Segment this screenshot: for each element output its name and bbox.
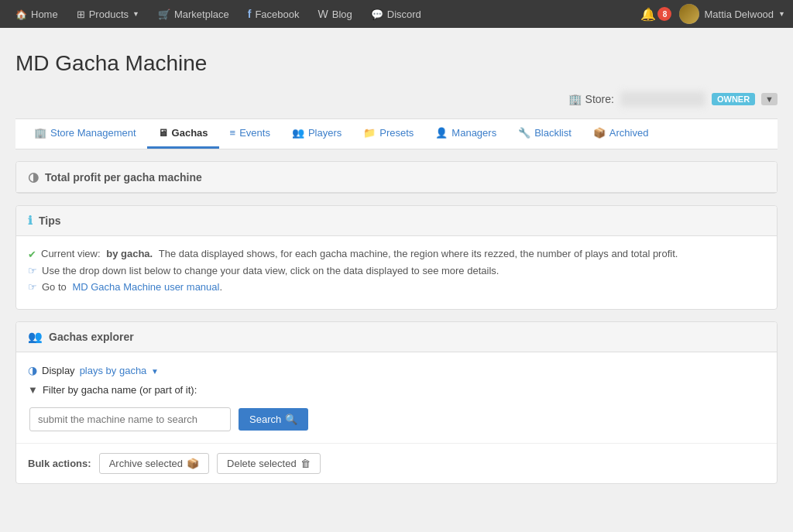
tab-managers[interactable]: 👤 Managers — [424, 119, 507, 149]
display-row: ◑ Display plays by gacha ▼ — [28, 364, 765, 376]
owner-badge: OWNER — [712, 93, 755, 105]
explorer-icon: 👥 — [28, 330, 43, 344]
explorer-panel-body: ◑ Display plays by gacha ▼ ▼ Filter by g… — [16, 352, 777, 443]
nav-blog[interactable]: W Blog — [311, 3, 360, 25]
tips-panel-header: ℹ Tips — [16, 206, 777, 236]
store-dropdown-button[interactable]: ▼ — [761, 93, 778, 105]
user-manual-link[interactable]: MD Gacha Machine user manual — [72, 281, 219, 293]
tip-current-view: ✔ Current view: by gacha. The data displ… — [28, 248, 765, 260]
avatar — [679, 4, 699, 24]
store-label: 🏢 Store: — [568, 93, 614, 105]
display-mode-link[interactable]: plays by gacha ▼ — [80, 365, 159, 376]
tips-panel: ℹ Tips ✔ Current view: by gacha. The dat… — [15, 205, 778, 310]
bulk-actions-label: Bulk actions: — [28, 458, 91, 469]
search-row: Search 🔍 — [28, 407, 765, 431]
tab-players[interactable]: 👥 Players — [281, 119, 352, 149]
tabs-bar: 🏢 Store Management 🖥 Gachas ≡ Events 👥 P… — [15, 118, 778, 149]
marketplace-icon: 🛒 — [158, 9, 170, 20]
user-name: Mattia Delwood — [704, 9, 774, 20]
nav-blog-label: Blog — [332, 9, 352, 20]
discord-icon: 💬 — [371, 9, 383, 20]
products-dropdown-icon: ▼ — [132, 10, 139, 18]
user-dropdown-icon: ▼ — [778, 10, 785, 18]
archive-icon: 📦 — [187, 458, 199, 469]
profit-panel-header: ◑ Total profit per gacha machine — [16, 162, 777, 193]
check-icon: ✔ — [28, 249, 36, 260]
bell-icon: 🔔 — [640, 7, 656, 22]
notifications-bell[interactable]: 🔔 8 — [640, 7, 671, 22]
home-icon — [15, 9, 27, 20]
store-building-icon: 🏢 — [568, 93, 582, 105]
tab-gachas[interactable]: 🖥 Gachas — [147, 119, 219, 149]
products-icon: ⊞ — [77, 9, 85, 20]
nav-home[interactable]: Home — [8, 4, 66, 25]
content-area: ◑ Total profit per gacha machine ℹ Tips … — [15, 149, 778, 507]
nav-marketplace[interactable]: 🛒 Marketplace — [150, 4, 237, 25]
display-pie-icon: ◑ — [28, 364, 37, 376]
explorer-panel: 👥 Gachas explorer ◑ Display plays by gac… — [15, 321, 778, 484]
events-icon: ≡ — [230, 127, 236, 139]
pie-chart-icon: ◑ — [28, 170, 39, 184]
profit-panel: ◑ Total profit per gacha machine — [15, 161, 778, 194]
tab-events[interactable]: ≡ Events — [219, 119, 281, 149]
delete-selected-button[interactable]: Delete selected 🗑 — [217, 453, 321, 474]
players-icon: 👥 — [292, 127, 304, 139]
explorer-panel-header: 👥 Gachas explorer — [16, 322, 777, 352]
blog-icon: W — [318, 8, 328, 20]
store-management-icon: 🏢 — [34, 127, 46, 139]
current-view-desc: The data displayed shows, for each gacha… — [159, 248, 678, 259]
search-input[interactable] — [29, 407, 231, 431]
hand-icon-2: ☞ — [28, 281, 37, 293]
filter-row: ▼ Filter by gacha name (or part of it): — [28, 384, 765, 396]
store-name-blurred — [620, 91, 705, 107]
search-button[interactable]: Search 🔍 — [239, 408, 308, 431]
trash-icon: 🗑 — [300, 458, 311, 469]
facebook-icon: f — [248, 8, 252, 20]
bulk-actions-row: Bulk actions: Archive selected 📦 Delete … — [16, 443, 777, 483]
managers-icon: 👤 — [435, 127, 448, 139]
gachas-icon: 🖥 — [158, 127, 168, 139]
main-content: MD Gacha Machine 🏢 Store: OWNER ▼ 🏢 Stor… — [0, 28, 793, 523]
nav-marketplace-label: Marketplace — [174, 9, 229, 20]
nav-facebook[interactable]: f Facebook — [240, 3, 307, 25]
top-navigation: Home ⊞ Products ▼ 🛒 Marketplace f Facebo… — [0, 0, 793, 28]
store-selector-row: 🏢 Store: OWNER ▼ — [15, 91, 778, 107]
presets-icon: 📁 — [363, 127, 376, 139]
tip-1: ☞ Use the drop down list below to change… — [28, 265, 765, 276]
notification-badge: 8 — [657, 7, 671, 21]
nav-right: 🔔 8 Mattia Delwood ▼ — [640, 4, 785, 24]
tips-panel-body: ✔ Current view: by gacha. The data displ… — [16, 236, 777, 309]
nav-products-label: Products — [89, 9, 129, 20]
tab-store-management[interactable]: 🏢 Store Management — [23, 119, 147, 149]
nav-discord[interactable]: 💬 Discord — [363, 4, 429, 25]
search-icon: 🔍 — [285, 414, 297, 425]
display-dropdown-icon: ▼ — [151, 367, 159, 376]
tab-blacklist[interactable]: 🔧 Blacklist — [507, 119, 582, 149]
page-title: MD Gacha Machine — [15, 51, 778, 76]
user-menu[interactable]: Mattia Delwood ▼ — [679, 4, 785, 24]
nav-discord-label: Discord — [387, 9, 421, 20]
current-view-value: by gacha. — [106, 248, 153, 259]
archived-icon: 📦 — [593, 127, 606, 139]
tab-presets[interactable]: 📁 Presets — [352, 119, 424, 149]
archive-selected-button[interactable]: Archive selected 📦 — [99, 453, 209, 474]
blacklist-icon: 🔧 — [518, 127, 530, 139]
nav-facebook-label: Facebook — [255, 9, 299, 20]
nav-products[interactable]: ⊞ Products ▼ — [69, 4, 147, 25]
nav-home-label: Home — [31, 9, 58, 20]
filter-icon: ▼ — [28, 384, 38, 396]
tab-archived[interactable]: 📦 Archived — [582, 119, 660, 149]
hand-icon-1: ☞ — [28, 265, 37, 276]
info-icon: ℹ — [28, 214, 33, 228]
tip-2: ☞ Go to MD Gacha Machine user manual. — [28, 281, 765, 293]
nav-left: Home ⊞ Products ▼ 🛒 Marketplace f Facebo… — [8, 3, 640, 25]
